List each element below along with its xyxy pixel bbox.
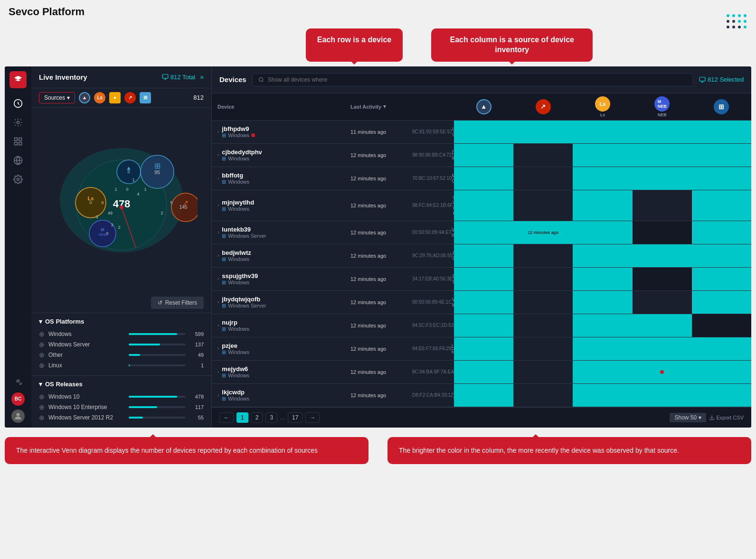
expand-chevron[interactable]: ›	[217, 346, 219, 351]
mac-addr: 98:90:96:B8:C4:72Dell Inc	[406, 144, 454, 167]
table-row: › sspujgthv39 ⊞ Windows 12 minutes ago 3…	[212, 268, 751, 291]
source-icon-ls[interactable]: Ls	[94, 92, 105, 103]
expand-chevron[interactable]: ›	[217, 176, 219, 181]
svg-text:4: 4	[137, 192, 139, 196]
device-info: › pzjee ⊞ Windows	[212, 337, 345, 360]
source-icon-triangle[interactable]: ▲	[79, 92, 90, 103]
source-cell-10-1	[454, 337, 513, 360]
svg-point-7	[17, 178, 19, 180]
sidebar-icon-home[interactable]	[10, 96, 26, 111]
source-cell-2-2	[513, 144, 573, 167]
sidebar-icon-analytics[interactable]	[10, 115, 26, 130]
source-header-icon-triangle: ▲	[476, 99, 491, 114]
venn-diagram[interactable]: 478 95 1 1 145 5 6 0 0 3 0 4 0 1 49 2 2	[31, 108, 211, 293]
source-icon-windows[interactable]: ⊞	[140, 92, 151, 103]
os-releases-header[interactable]: ▾ OS Releases	[39, 381, 204, 388]
svg-point-44	[259, 77, 263, 81]
source-cell-11-4	[633, 361, 692, 383]
device-info: › mejydw6 ⊞ Windows	[212, 361, 345, 383]
source-icon-circle[interactable]: ●	[109, 92, 121, 103]
search-bar[interactable]	[252, 73, 693, 86]
svg-point-1	[17, 121, 19, 123]
source-icon-arrow[interactable]: ↗	[124, 92, 136, 103]
sidebar-icon-settings-top[interactable]	[10, 172, 26, 187]
th-source-windows: ⊞	[692, 93, 751, 120]
page-3-button[interactable]: 3	[265, 412, 277, 423]
device-info: › luntekb39 ⊞ Windows Server	[212, 221, 345, 244]
reset-filters-button[interactable]: ↺ Reset Filters	[151, 297, 204, 309]
release-filter-win10-ent: ⊕ Windows 10 Enterprise 117	[39, 402, 204, 412]
mac-addr: 94:E6:F7:66:F6:29Lcfc(HeFei) Elect	[406, 337, 454, 360]
expand-chevron[interactable]: ›	[217, 299, 219, 305]
th-mac	[406, 93, 454, 120]
page-2-button[interactable]: 2	[251, 412, 263, 423]
filter-plus-windows[interactable]: ⊕	[39, 330, 45, 338]
page-1-button[interactable]: 1	[236, 412, 248, 423]
expand-chevron[interactable]: ›	[217, 253, 219, 258]
sidebar-icon-settings-bottom[interactable]	[10, 373, 26, 389]
sources-button[interactable]: Sources ▾	[39, 92, 75, 103]
next-page-button[interactable]: →	[305, 412, 320, 423]
prev-page-button[interactable]: ←	[219, 412, 234, 423]
source-cell-8-3	[573, 291, 632, 314]
expand-chevron[interactable]: ›	[217, 152, 219, 158]
source-cell-9-3	[573, 314, 632, 337]
chevron-down-icon-2: ▾	[39, 381, 42, 388]
filter-plus-linux[interactable]: ⊕	[39, 362, 45, 369]
sidebar-icon-devices[interactable]	[10, 134, 26, 149]
release-filter-win10: ⊕ Windows 10 478	[39, 391, 204, 402]
devices-title: Devices	[219, 75, 246, 84]
table-row: › mjnjwytlhd ⊞ Windows 12 minutes ago 98…	[212, 190, 751, 221]
device-info: › mjnjwytlhd ⊞ Windows	[212, 190, 345, 221]
expand-chevron[interactable]: ›	[217, 230, 219, 235]
os-releases-section: ▾ OS Releases ⊕ Windows 10 478 ⊕ Windows…	[31, 375, 211, 428]
svg-text:NEB: NEB	[98, 233, 106, 237]
source-header-icon-windows: ⊞	[714, 99, 729, 114]
expand-chevron[interactable]: ›	[217, 129, 219, 134]
table-row: › jbfhpdw9 ⊞ Windows 11 minutes ago 8C:8…	[212, 121, 751, 144]
expand-chevron[interactable]: ›	[217, 323, 219, 328]
expand-chevron[interactable]: ›	[217, 369, 219, 374]
os-platforms-header[interactable]: ▾ OS Platforms	[39, 318, 204, 325]
bottom-callouts: The interactive Venn diagram displays th…	[0, 428, 756, 469]
callouts-row: Each row is a device Each column is a so…	[0, 24, 756, 66]
search-input[interactable]	[268, 76, 687, 83]
page-17-button[interactable]: 17	[288, 412, 302, 423]
expand-icon[interactable]: »	[200, 73, 204, 81]
table-row: › lkjcwdp ⊞ Windows 12 minutes ago D8:F2…	[212, 384, 751, 407]
source-cell-10-3	[573, 337, 632, 360]
expand-chevron[interactable]: ›	[217, 392, 219, 398]
mac-addr: 00:50:56:89:4A:E7VMware, Inc	[406, 221, 454, 244]
th-activity: Last Activity ▾	[345, 93, 406, 120]
sidebar-icon-network[interactable]	[10, 153, 26, 168]
source-cell-6-2	[513, 244, 573, 267]
svg-text:3: 3	[111, 223, 113, 227]
svg-text:Ls: Ls	[87, 196, 94, 201]
table-row: › nujrp ⊞ Windows 12 minutes ago 84:5C:F…	[212, 314, 751, 337]
filter-plus-other[interactable]: ⊕	[39, 351, 45, 359]
source-cell-1-2	[513, 121, 573, 143]
chevron-down-icon: ▾	[39, 318, 42, 325]
source-cell-11-2	[513, 361, 573, 383]
user-avatar[interactable]: BC	[11, 392, 25, 406]
expand-chevron[interactable]: ›	[217, 276, 219, 281]
last-activity: 11 minutes ago	[345, 121, 406, 143]
last-activity: 12 minutes ago	[345, 268, 406, 290]
user-avatar-2[interactable]	[11, 410, 25, 423]
filter-plus-win10-ent[interactable]: ⊕	[39, 403, 45, 411]
release-filter-ws2012: ⊕ Windows Server 2012 R2 55	[39, 412, 204, 423]
show-count-button[interactable]: Show 50 ▾	[670, 413, 706, 422]
export-csv-button[interactable]: Export CSV	[709, 415, 744, 420]
source-header-icon-mneb: MNEB	[654, 96, 670, 112]
table-row: › cjbdedydtphv ⊞ Windows 12 minutes ago …	[212, 144, 751, 167]
filter-plus-win10[interactable]: ⊕	[39, 393, 45, 401]
last-activity: 12 minutes ago	[345, 361, 406, 383]
th-source-triangle: ▲	[454, 93, 513, 120]
filter-plus-ws2012[interactable]: ⊕	[39, 414, 45, 421]
export-icon	[709, 415, 715, 420]
source-cell-7-5	[692, 268, 751, 290]
left-panel-header: Live Inventory 812 Total »	[31, 66, 211, 88]
filter-plus-windows-server[interactable]: ⊕	[39, 341, 45, 348]
source-cell-8-5	[692, 291, 751, 314]
expand-chevron[interactable]: ›	[217, 203, 219, 208]
